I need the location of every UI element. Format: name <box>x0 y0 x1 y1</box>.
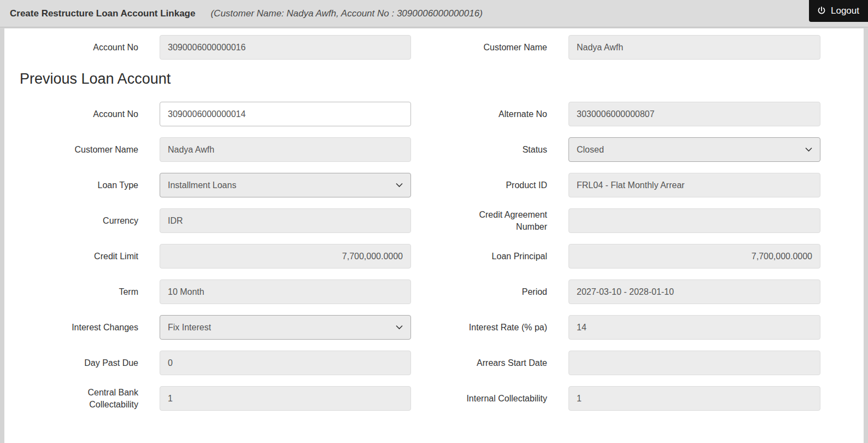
alternate-no-field <box>568 102 820 126</box>
arrears-start-date-field <box>568 351 820 375</box>
form-row: Day Past Due Arrears Start Date <box>4 351 864 375</box>
page-title: Create Restructure Loan Account Linkage <box>10 8 195 19</box>
period-field <box>568 279 820 304</box>
status-select-value: Closed <box>577 145 604 155</box>
central-bank-collectability-label: Central Bank Collectability <box>4 387 160 410</box>
credit-agreement-number-label: Credit Agreement Number <box>411 209 568 232</box>
interest-changes-select[interactable]: Fix Interest <box>160 315 411 340</box>
interest-rate-field <box>568 315 820 340</box>
loan-principal-field <box>568 244 820 269</box>
form-row: Account No Alternate No <box>4 102 864 126</box>
customer-name-field <box>160 137 411 162</box>
summary-account-no-field <box>160 35 411 60</box>
term-label: Term <box>4 286 160 298</box>
day-past-due-label: Day Past Due <box>4 357 160 369</box>
product-id-field <box>568 173 820 197</box>
customer-name-label: Customer Name <box>4 144 160 156</box>
alternate-no-label: Alternate No <box>411 108 568 120</box>
account-no-input[interactable] <box>160 102 411 126</box>
product-id-label: Product ID <box>411 179 568 191</box>
form-row: Loan Type Installment Loans Product ID <box>4 173 864 197</box>
loan-type-label: Loan Type <box>4 179 160 191</box>
day-past-due-field <box>160 351 411 375</box>
credit-limit-label: Credit Limit <box>4 250 160 263</box>
currency-label: Currency <box>4 215 160 227</box>
credit-limit-field <box>160 244 411 269</box>
summary-account-no-label: Account No <box>4 42 160 54</box>
logout-button[interactable]: Logout <box>809 0 868 22</box>
loan-type-select[interactable]: Installment Loans <box>160 173 411 197</box>
currency-field <box>160 208 411 233</box>
status-select[interactable]: Closed <box>568 137 820 162</box>
chevron-down-icon <box>805 147 812 152</box>
main-panel: Account No Customer Name Previous Loan A… <box>4 28 864 443</box>
logout-label: Logout <box>831 5 859 16</box>
form-row: Term Period <box>4 279 864 304</box>
chevron-down-icon <box>396 183 403 188</box>
summary-customer-name-label: Customer Name <box>411 42 568 54</box>
term-field <box>160 279 411 304</box>
loan-principal-label: Loan Principal <box>411 250 568 263</box>
summary-row: Account No Customer Name <box>4 35 864 60</box>
form-row: Customer Name Status Closed <box>4 137 864 162</box>
interest-changes-select-value: Fix Interest <box>168 323 211 333</box>
credit-agreement-number-field <box>568 208 820 233</box>
interest-changes-label: Interest Changes <box>4 322 160 334</box>
top-bar: Create Restructure Loan Account Linkage … <box>0 0 868 27</box>
form-row: Central Bank Collectability Internal Col… <box>4 386 864 411</box>
account-no-label: Account No <box>4 108 160 120</box>
form-row: Currency Credit Agreement Number <box>4 208 864 233</box>
form-row: Credit Limit Loan Principal <box>4 244 864 269</box>
internal-collectability-field <box>568 386 820 411</box>
interest-rate-label: Interest Rate (% pa) <box>411 322 568 334</box>
chevron-down-icon <box>396 325 403 330</box>
previous-loan-section-title: Previous Loan Account <box>20 71 864 88</box>
form-row: Interest Changes Fix Interest Interest R… <box>4 315 864 340</box>
power-icon <box>817 6 826 16</box>
summary-customer-name-field <box>568 35 820 60</box>
page-subtitle: (Customer Name: Nadya Awfh, Account No :… <box>210 8 482 19</box>
loan-type-select-value: Installment Loans <box>168 180 236 190</box>
arrears-start-date-label: Arrears Start Date <box>411 357 568 369</box>
period-label: Period <box>411 286 568 298</box>
central-bank-collectability-field <box>160 386 411 411</box>
status-label: Status <box>411 144 568 156</box>
internal-collectability-label: Internal Collectability <box>411 393 568 405</box>
